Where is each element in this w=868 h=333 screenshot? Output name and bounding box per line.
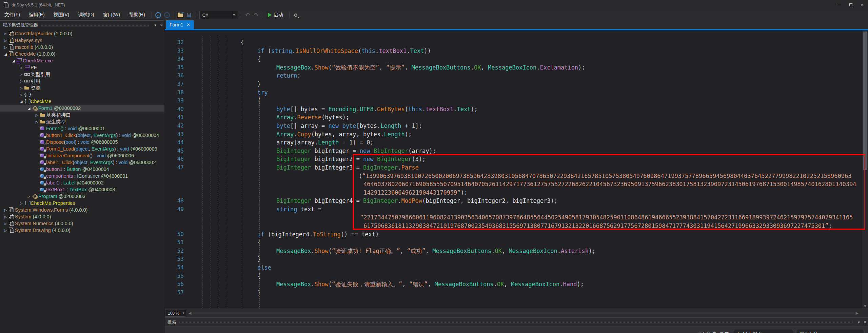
close-button[interactable]: × [856, 0, 868, 9]
expand-icon[interactable]: ▷ [26, 195, 32, 198]
code-line[interactable]: 55{ [165, 272, 868, 280]
nav-back-button[interactable]: ← [154, 11, 163, 19]
code-line[interactable]: 43Array.Copy(bytes, array, bytes.Length)… [165, 130, 868, 139]
search-scope-select[interactable]: 以上所有 ▼ [733, 330, 793, 333]
tree-item[interactable]: ◢Form1 @02000002 [0, 105, 164, 112]
code-line[interactable]: 32{ [165, 38, 868, 47]
minimize-button[interactable] [833, 0, 845, 9]
tree-item[interactable]: ▷类型引用 [0, 71, 164, 78]
expand-icon[interactable]: ▷ [18, 93, 24, 97]
code-line[interactable]: 44array[array.Length - 1] = 0; [165, 138, 868, 147]
tree-item[interactable]: label1 : Label @04000002 [0, 179, 164, 186]
tree-item[interactable]: ▷资源 [0, 84, 164, 91]
expand-icon[interactable]: ▷ [18, 73, 24, 76]
expand-icon[interactable]: ▷ [3, 208, 8, 212]
tree-item[interactable]: ▷基类和接口 [0, 112, 164, 118]
code-line[interactable]: 50if (bigInteger4.ToString() == text) [165, 230, 868, 239]
tree-item[interactable]: ▷CheckMe.Properties [0, 200, 164, 207]
nav-forward-button[interactable]: → [163, 11, 172, 19]
panel-close-button[interactable]: × [158, 22, 164, 28]
tree-item[interactable]: ◢CheckMe [0, 98, 164, 105]
expand-icon[interactable]: ▷ [34, 120, 40, 124]
tree-item[interactable]: ▷引用 [0, 78, 164, 84]
tree-item[interactable]: InitializeComponent() : void @06000006 [0, 152, 164, 159]
search-files-select[interactable]: 所有文件 ▼ [796, 330, 864, 333]
menu-item-2[interactable]: 视图(V) [49, 9, 74, 20]
tab-form1[interactable]: Form1 ✕ [166, 20, 194, 29]
expand-icon[interactable]: ▷ [3, 45, 8, 49]
tree-item[interactable]: ◢CheckMe (1.0.0.0) [0, 51, 164, 57]
expand-icon[interactable]: ▷ [18, 66, 24, 70]
tree-item[interactable]: ▷Program @02000003 [0, 193, 164, 200]
tree-item[interactable]: ▷mscorlib (4.0.0.0) [0, 44, 164, 51]
code-line[interactable]: 40byte[] bytes = Encoding.UTF8.GetBytes(… [165, 105, 868, 114]
code-line[interactable]: 52MessageBox.Show(“验证成功! Flag正确。”, “成功”,… [165, 247, 868, 255]
code-line[interactable]: 54else [165, 263, 868, 272]
code-line[interactable]: 33if (string.IsNullOrWhiteSpace(this.tex… [165, 47, 868, 55]
code-line[interactable]: 39{ [165, 97, 868, 105]
code-line[interactable]: 56MessageBox.Show(“验证失败，请重新输入。”, “错误”, M… [165, 280, 868, 289]
collapse-icon[interactable]: ◢ [11, 59, 16, 63]
code-editor[interactable]: 32{33if (string.IsNullOrWhiteSpace(this.… [165, 30, 868, 309]
code-line[interactable]: 57} [165, 289, 868, 297]
tree-item[interactable]: ▷System.Numerics (4.0.0.0) [0, 220, 164, 227]
expand-icon[interactable]: ▷ [3, 32, 8, 36]
tree-item[interactable]: button1 : Button @04000004 [0, 166, 164, 173]
expand-icon[interactable]: ▷ [18, 201, 24, 205]
tree-item[interactable]: ▷System.Windows.Forms (4.0.0.0) [0, 207, 164, 213]
scroll-right-icon[interactable]: ▶ [856, 311, 859, 315]
menu-item-5[interactable]: 帮助(H) [124, 9, 149, 20]
scroll-down-icon[interactable]: ▼ [862, 304, 868, 308]
code-line[interactable]: 41Array.Reverse(bytes); [165, 113, 868, 122]
tree-item[interactable]: ▷Babysys.sys [0, 37, 164, 44]
tree-item[interactable]: components : IContainer @04000001 [0, 173, 164, 179]
tree-item[interactable]: ▷PE [0, 64, 164, 71]
tree-item[interactable]: label1_Click(object, EventArgs) : void @… [0, 159, 164, 166]
horizontal-scrollbar[interactable] [193, 312, 854, 314]
language-select[interactable]: C# ▼ [199, 11, 237, 19]
open-file-button[interactable] [176, 11, 185, 19]
menu-item-0[interactable]: 文件(F) [0, 9, 24, 20]
undo-button[interactable]: ↶ [243, 11, 252, 19]
tree-item[interactable]: Form1() : void @06000001 [0, 125, 164, 132]
panel-menu-button[interactable]: ▾ [152, 23, 158, 27]
menu-item-4[interactable]: 窗口(W) [99, 9, 125, 20]
tree-item[interactable]: button1_Click(object, EventArgs) : void … [0, 132, 164, 139]
expand-icon[interactable]: ▷ [18, 86, 24, 90]
code-line[interactable]: 53} [165, 255, 868, 263]
expand-icon[interactable]: ▷ [3, 39, 8, 42]
expand-icon[interactable]: ▷ [3, 222, 8, 226]
code-line[interactable]: 36return; [165, 72, 868, 80]
start-debug-button[interactable]: 启动 [265, 12, 287, 18]
collapse-icon[interactable]: ◢ [3, 52, 8, 56]
options-chevron-icon[interactable]: ▼ [699, 332, 705, 333]
expand-icon[interactable]: ▷ [34, 113, 40, 117]
tree-item[interactable]: ▷System.Drawing (4.0.0.0) [0, 227, 164, 234]
menu-item-1[interactable]: 编辑(E) [24, 9, 49, 20]
menu-item-3[interactable]: 调试(D) [74, 9, 98, 20]
code-line[interactable]: 42byte[] array = new byte[bytes.Length +… [165, 122, 868, 130]
collapse-icon[interactable]: ◢ [18, 100, 24, 103]
maximize-button[interactable] [845, 0, 856, 9]
tree-item[interactable]: ▷派生类型 [0, 118, 164, 125]
tree-item[interactable]: Dispose(bool) : void @06000005 [0, 139, 164, 145]
tab-close-icon[interactable]: ✕ [186, 22, 190, 27]
expand-icon[interactable]: ▷ [18, 79, 24, 83]
code-line[interactable]: 38try [165, 89, 868, 97]
collapse-icon[interactable]: ◢ [26, 106, 32, 110]
tree-item[interactable]: ◢CheckMe.exe [0, 57, 164, 64]
save-button[interactable] [185, 11, 194, 19]
search-assemblies-button[interactable] [292, 11, 300, 19]
tree-item[interactable]: ▷System (4.0.0.0) [0, 213, 164, 220]
tree-item[interactable]: ▷ConstFlagBuilder (1.0.0.0) [0, 30, 164, 37]
code-line[interactable]: 51{ [165, 238, 868, 247]
tree-item[interactable]: ▷- [0, 91, 164, 98]
expand-icon[interactable]: ▷ [3, 229, 8, 232]
expand-icon[interactable]: ▷ [3, 215, 8, 219]
panel-close-button[interactable]: × [862, 319, 868, 325]
zoom-level-select[interactable]: 100 % ▼ [165, 310, 186, 317]
panel-menu-button[interactable]: ▾ [856, 320, 862, 325]
tree-item[interactable]: textBox1 : TextBox @04000003 [0, 186, 164, 193]
redo-button[interactable]: ↷ [252, 11, 261, 19]
code-line[interactable]: 35MessageBox.Show(“效验值不能为空”, “提示”, Messa… [165, 63, 868, 72]
